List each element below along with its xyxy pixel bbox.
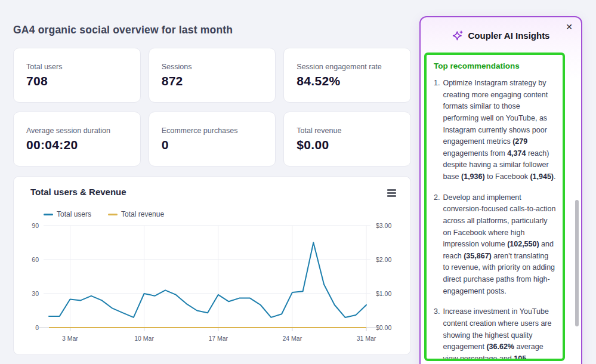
kpi-card-total-users: Total users 708 bbox=[13, 48, 141, 103]
svg-text:30: 30 bbox=[32, 290, 39, 297]
kpi-value: 0 bbox=[162, 138, 264, 152]
recommendations-box: Top recommendations 1.Optimize Instagram… bbox=[424, 53, 565, 361]
kpi-value: 84.52% bbox=[297, 74, 399, 88]
svg-text:$3.00: $3.00 bbox=[376, 222, 391, 229]
legend-label: Total revenue bbox=[121, 210, 164, 218]
svg-text:$1.00: $1.00 bbox=[376, 290, 391, 297]
sparkle-icon bbox=[452, 30, 464, 41]
kpi-label: Average session duration bbox=[26, 127, 128, 135]
legend-dash-icon bbox=[108, 214, 118, 215]
chart-card: Total users & Revenue Total users Total … bbox=[13, 176, 411, 355]
ai-insights-panel: ✕ Coupler AI Insights Top recommendation… bbox=[419, 16, 582, 364]
kpi-grid: Total users 708 Sessions 872 Session eng… bbox=[13, 48, 411, 166]
page-title: GA4 organic social overview for last mon… bbox=[13, 24, 233, 36]
close-icon[interactable]: ✕ bbox=[564, 21, 575, 33]
svg-text:24 Mar: 24 Mar bbox=[283, 335, 302, 342]
scrollbar-thumb[interactable] bbox=[575, 200, 579, 326]
kpi-card-session-engagement-rate: Session engagement rate 84.52% bbox=[283, 48, 411, 103]
panel-title: Coupler AI Insights bbox=[468, 30, 550, 41]
legend-item-total-users[interactable]: Total users bbox=[44, 210, 91, 218]
kpi-card-sessions: Sessions 872 bbox=[149, 48, 276, 103]
kpi-card-avg-session-duration: Average session duration 00:04:20 bbox=[13, 112, 141, 166]
legend-label: Total users bbox=[57, 210, 91, 218]
recommendations-list: 1.Optimize Instagram strategy by creatin… bbox=[433, 78, 556, 361]
svg-text:90: 90 bbox=[32, 222, 39, 229]
chart-title: Total users & Revenue bbox=[30, 187, 126, 197]
section-title: Top recommendations bbox=[434, 61, 556, 70]
svg-text:$2.00: $2.00 bbox=[376, 256, 391, 263]
recommendation-item: 3.Increase investment in YouTube content… bbox=[434, 306, 556, 361]
kpi-card-ecommerce-purchases: Ecommerce purchases 0 bbox=[149, 112, 276, 166]
kpi-card-total-revenue: Total revenue $0.00 bbox=[283, 112, 411, 166]
kpi-value: 872 bbox=[162, 74, 264, 88]
kpi-label: Session engagement rate bbox=[297, 63, 399, 71]
kpi-label: Ecommerce purchases bbox=[162, 127, 264, 135]
svg-text:31 Mar: 31 Mar bbox=[357, 335, 376, 342]
svg-text:17 Mar: 17 Mar bbox=[208, 335, 228, 342]
legend-dash-icon bbox=[44, 214, 53, 215]
svg-text:3 Mar: 3 Mar bbox=[62, 335, 78, 342]
chart-legend: Total users Total revenue bbox=[44, 210, 164, 218]
panel-header: Coupler AI Insights bbox=[421, 17, 581, 41]
legend-item-total-revenue[interactable]: Total revenue bbox=[108, 210, 164, 218]
chart-header: Total users & Revenue bbox=[30, 187, 396, 197]
svg-text:$0.00: $0.00 bbox=[376, 324, 391, 331]
svg-text:10 Mar: 10 Mar bbox=[134, 335, 154, 342]
hamburger-menu-icon[interactable] bbox=[387, 189, 396, 197]
kpi-value: 00:04:20 bbox=[26, 138, 128, 152]
recommendation-item: 1.Optimize Instagram strategy by creatin… bbox=[434, 78, 556, 183]
line-chart: 0$0.0030$1.0060$2.0090$3.003 Mar10 Mar17… bbox=[20, 220, 404, 346]
kpi-label: Total revenue bbox=[297, 127, 399, 135]
recommendation-item: 2.Develop and implement conversion-focus… bbox=[434, 192, 556, 298]
kpi-label: Total users bbox=[26, 63, 128, 71]
kpi-value: 708 bbox=[26, 74, 128, 88]
kpi-label: Sessions bbox=[162, 63, 264, 71]
svg-text:60: 60 bbox=[32, 256, 39, 263]
kpi-value: $0.00 bbox=[297, 138, 399, 152]
